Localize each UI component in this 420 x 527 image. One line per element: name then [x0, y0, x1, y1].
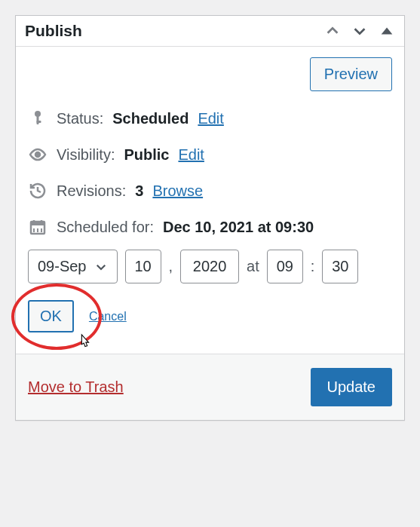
status-edit-link[interactable]: Edit [198, 110, 223, 127]
date-editor: 09-Sep , at : [28, 250, 392, 283]
cursor-pointer-icon [76, 333, 93, 353]
key-icon [28, 109, 48, 127]
revisions-value: 3 [135, 182, 143, 200]
eye-icon [28, 146, 48, 164]
visibility-edit-link[interactable]: Edit [178, 146, 204, 164]
schedule-value: Dec 10, 2021 at 09:30 [163, 219, 314, 236]
history-icon [28, 182, 48, 200]
preview-button[interactable]: Preview [310, 57, 392, 91]
cancel-link[interactable]: Cancel [89, 310, 127, 323]
visibility-label: Visibility: [57, 146, 115, 164]
revisions-row: Revisions: 3 Browse [28, 182, 392, 200]
chevron-down-icon [94, 260, 108, 274]
move-to-trash-link[interactable]: Move to Trash [28, 378, 124, 396]
svg-rect-2 [37, 116, 39, 124]
colon-separator: : [311, 258, 315, 275]
panel-header: Publish [16, 16, 404, 47]
comma-separator: , [169, 258, 173, 275]
visibility-row: Visibility: Public Edit [28, 146, 392, 164]
preview-row: Preview [28, 57, 392, 91]
svg-rect-3 [37, 121, 41, 123]
collapse-triangle-icon[interactable] [379, 23, 395, 39]
chevron-up-icon[interactable] [324, 23, 341, 39]
at-label: at [247, 258, 259, 275]
revisions-browse-link[interactable]: Browse [152, 182, 203, 200]
svg-point-4 [35, 152, 40, 157]
month-value: 09-Sep [38, 258, 87, 275]
publish-metabox: Publish Preview Status: Scheduled Edit V… [15, 15, 405, 421]
date-confirm-row: OK Cancel [28, 300, 392, 332]
status-value: Scheduled [112, 110, 189, 127]
panel-title: Publish [25, 22, 324, 40]
revisions-label: Revisions: [57, 182, 126, 200]
hour-input[interactable] [267, 250, 303, 283]
visibility-value: Public [124, 146, 169, 164]
status-label: Status: [57, 110, 103, 127]
update-button[interactable]: Update [311, 368, 393, 406]
schedule-label: Scheduled for: [57, 219, 154, 236]
svg-marker-0 [382, 27, 393, 34]
month-select[interactable]: 09-Sep [28, 250, 118, 283]
svg-rect-6 [31, 222, 44, 225]
ok-button[interactable]: OK [28, 300, 74, 332]
panel-body: Preview Status: Scheduled Edit Visibilit… [16, 47, 404, 332]
schedule-row: Scheduled for: Dec 10, 2021 at 09:30 [28, 218, 392, 236]
year-input[interactable] [180, 250, 239, 283]
header-controls [324, 23, 395, 39]
status-row: Status: Scheduled Edit [28, 109, 392, 127]
calendar-icon [28, 218, 48, 236]
minute-input[interactable] [322, 250, 358, 283]
panel-footer: Move to Trash Update [16, 354, 404, 420]
day-input[interactable] [125, 250, 161, 283]
chevron-down-icon[interactable] [351, 23, 368, 39]
svg-point-1 [35, 111, 41, 117]
